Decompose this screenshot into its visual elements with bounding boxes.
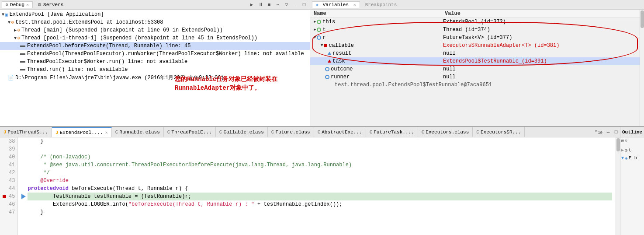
debug-content: ▼ ▣ ExtendsPool [Java Application] ▼ ⚙ t… bbox=[0, 10, 310, 126]
tab-icon-extendspool: J bbox=[55, 130, 59, 135]
tree-item-stack-3[interactable]: ThreadPoolExecutor$Worker.run() line: no… bbox=[0, 58, 310, 66]
execution-marker-45 bbox=[21, 194, 26, 199]
outline-arrow-eb: ▼ bbox=[621, 156, 624, 161]
outline-sort-btn[interactable]: ⊞ bbox=[621, 138, 624, 144]
tab-icon-threadpoole: C bbox=[167, 130, 170, 135]
editor-tab-future[interactable]: C Future.class bbox=[268, 127, 314, 137]
editor-tab-runnable[interactable]: C Runnable.class bbox=[112, 127, 164, 137]
variables-tab-close[interactable]: ✕ bbox=[353, 3, 356, 7]
editor-tab-extendspool[interactable]: J ExtendsPool.... ✕ bbox=[52, 127, 112, 137]
debug-tab-close[interactable]: ✕ bbox=[26, 2, 29, 7]
outline-filter-btn[interactable]: ▽ bbox=[625, 138, 627, 144]
tree-item-jvm[interactable]: 📄 D:\Program Files\Java\jre7\bin\javaw.e… bbox=[0, 74, 310, 81]
var-icon-this bbox=[317, 20, 321, 24]
var-row-outcome[interactable]: outcome null bbox=[310, 65, 644, 73]
ln-38: 38 bbox=[3, 137, 15, 145]
tab-more-button[interactable]: »10 bbox=[593, 128, 604, 136]
tab-icon-future: C bbox=[271, 130, 274, 135]
tree-item-stack-1[interactable]: ExtendsPool.beforeExecute(Thread, Runnab… bbox=[0, 42, 310, 50]
var-scrollbar[interactable] bbox=[640, 10, 644, 126]
debug-panel: ⚙ Debug ✕ 🖥 Servers ▶ ⏸ ■ ⇥ ▽ — bbox=[0, 0, 310, 126]
toolbar-maximize[interactable]: □ bbox=[300, 1, 308, 9]
var-row-t[interactable]: ▶ t Thread (id=374) bbox=[310, 26, 644, 34]
tree-item-stack-4[interactable]: Thread.run() line: not available bbox=[0, 66, 310, 74]
marker-40 bbox=[21, 153, 28, 161]
editor-scrollbar-thumb[interactable] bbox=[616, 138, 620, 151]
editor-tab-abstractexe[interactable]: C AbstractExe... bbox=[314, 127, 366, 137]
code-line-39 bbox=[28, 145, 612, 153]
tab-maximize[interactable]: □ bbox=[612, 128, 620, 136]
tree-item-thread-outer[interactable]: ▼ ⚙ test.thread.pool.ExtendsPool at loca… bbox=[0, 18, 310, 26]
var-name-t: ▶ t bbox=[312, 27, 440, 33]
debug-tabs: ⚙ Debug ✕ 🖥 Servers bbox=[2, 1, 67, 8]
ln-40: 40 bbox=[3, 153, 15, 161]
main-container: ⚙ Debug ✕ 🖥 Servers ▶ ⏸ ■ ⇥ ▽ — bbox=[0, 0, 644, 235]
outline-label-eb: E b bbox=[629, 155, 637, 161]
marker-47 bbox=[21, 208, 28, 216]
tab-icon-executorsr: C bbox=[476, 130, 479, 135]
tree-item-stack-2[interactable]: ExtendsPool(ThreadPoolExecutor).runWorke… bbox=[0, 50, 310, 58]
tab-icon-futuretask: C bbox=[370, 130, 373, 135]
variables-panel: ◈ Variables ✕ Breakpoints Name Value bbox=[310, 0, 644, 126]
var-arrow-callable: ▼ bbox=[321, 43, 323, 48]
var-row-this[interactable]: ▶ this ExtendsPool_(id=372) bbox=[310, 18, 644, 26]
toolbar-terminate[interactable]: ■ bbox=[265, 1, 273, 9]
col-value: Value bbox=[441, 10, 644, 18]
var-row-callable[interactable]: ▼ callable Executors$RunnableAdapter<T> … bbox=[310, 42, 644, 49]
marker-45 bbox=[21, 193, 28, 200]
editor-tab-callable[interactable]: C Callable.class bbox=[216, 127, 268, 137]
app-icon: ▣ bbox=[5, 12, 8, 18]
debug-tab-servers[interactable]: 🖥 Servers bbox=[34, 1, 67, 8]
editor-tab-threadpoole[interactable]: C ThreadPoolE... bbox=[164, 127, 216, 137]
var-icon-t bbox=[317, 28, 321, 32]
toolbar-resume[interactable]: ▶ bbox=[248, 1, 256, 9]
bottom-section: J PoolThreadS... J ExtendsPool.... ✕ C R… bbox=[0, 127, 644, 235]
editor-tab-executorsr[interactable]: C Executors$R... bbox=[473, 127, 525, 137]
var-icon-result bbox=[328, 52, 331, 55]
var-arrow-t: ▶ bbox=[314, 27, 316, 32]
line-numbers: 38 39 40 41 42 43 44 45 46 47 bbox=[0, 137, 18, 235]
editor-tab-poolthreads[interactable]: J PoolThreadS... bbox=[0, 127, 52, 137]
breakpoints-tab[interactable]: Breakpoints bbox=[362, 2, 401, 8]
toolbar-disconnect[interactable]: ⇥ bbox=[274, 1, 282, 9]
marker-46 bbox=[21, 200, 28, 208]
toolbar-suspend[interactable]: ⏸ bbox=[256, 1, 264, 9]
var-row-result[interactable]: result null bbox=[310, 49, 644, 57]
ln-43: 43 bbox=[3, 177, 15, 185]
variables-tab[interactable]: ◈ Variables ✕ bbox=[312, 1, 360, 8]
editor-tab-futuretask[interactable]: C FutureTask.... bbox=[366, 127, 418, 137]
markers-column bbox=[21, 137, 28, 216]
marker-38 bbox=[21, 137, 28, 145]
var-name-this: ▶ this bbox=[312, 19, 440, 25]
tab-icon-executors: C bbox=[422, 130, 425, 135]
var-scrollbar-thumb[interactable] bbox=[641, 11, 644, 28]
expand-arrow-2: ▼ bbox=[8, 20, 10, 25]
tree-item-thread-main[interactable]: ▶ ⚙ Thread [main] (Suspended (breakpoint… bbox=[0, 26, 310, 34]
tree-item-thread-pool1[interactable]: ▼ ⚙ Thread [pool-1-thread-1] (Suspended … bbox=[0, 34, 310, 42]
toolbar-minimize[interactable]: — bbox=[291, 1, 299, 9]
editor-tab-executors[interactable]: C Executors.class bbox=[418, 127, 473, 137]
tab-minimize[interactable]: — bbox=[604, 128, 612, 136]
var-name-result: result bbox=[312, 50, 440, 56]
var-row-runner[interactable]: runner null bbox=[310, 73, 644, 81]
editor-tab-close-extendspool[interactable]: ✕ bbox=[105, 130, 108, 135]
toolbar-view-menu[interactable]: ▽ bbox=[283, 1, 291, 9]
outline-item-eb[interactable]: ▼ ◈ E b bbox=[621, 154, 643, 162]
ln-45: 45 bbox=[3, 193, 15, 200]
variables-table: Name Value ▶ this bbox=[310, 10, 644, 89]
tab-icon-abstractexe: C bbox=[318, 130, 321, 135]
ln-46: 46 bbox=[3, 200, 15, 208]
var-row-r[interactable]: ▼ r FutureTask<V> (id=377) bbox=[310, 34, 644, 42]
expand-arrow: ▼ bbox=[2, 12, 4, 17]
stack-icon-4 bbox=[20, 69, 25, 70]
debug-tab-debug[interactable]: ⚙ Debug ✕ bbox=[2, 1, 33, 8]
thread-icon: ⚙ bbox=[11, 20, 14, 25]
var-value-outcome: null bbox=[441, 65, 644, 73]
code-with-markers: } /* (non-Javadoc) * @see java.util.conc… bbox=[21, 137, 612, 216]
var-extra-text: test.thread.pool.ExtendsPool$TestRunnabl… bbox=[310, 81, 644, 89]
editor-scrollbar[interactable] bbox=[616, 137, 620, 235]
code-content: } /* (non-Javadoc) * @see java.util.conc… bbox=[18, 137, 616, 235]
outline-item-t[interactable]: ▶ ⊙ t bbox=[621, 146, 643, 154]
var-row-task[interactable]: task ExtendsPool$TestRunnable_(id=391) bbox=[310, 57, 644, 65]
tree-item-app[interactable]: ▼ ▣ ExtendsPool [Java Application] bbox=[0, 11, 310, 18]
